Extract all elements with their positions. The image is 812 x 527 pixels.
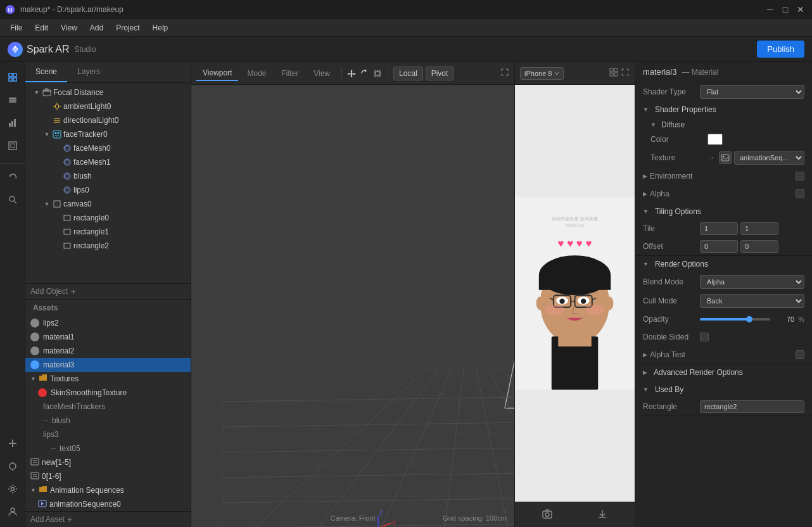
env-toggle[interactable]: ▶ (643, 173, 647, 179)
asset-text05[interactable]: text05 (25, 441, 191, 455)
vp-scale-tool[interactable] (372, 68, 383, 79)
rectangle-input[interactable] (700, 400, 804, 413)
advanced-render-header[interactable]: ▶ Advanced Render Options (635, 364, 812, 381)
tree-item-blush[interactable]: blush (25, 169, 191, 183)
sidebar-effects-icon[interactable] (3, 456, 23, 476)
offset-y-input[interactable] (740, 240, 778, 253)
asset-material1[interactable]: material1 (25, 330, 191, 344)
menu-add[interactable]: Add (85, 21, 108, 35)
menu-project[interactable]: Project (111, 21, 144, 35)
sidebar-settings-icon[interactable] (3, 479, 23, 499)
asset-lips3[interactable]: lips3 (25, 428, 191, 441)
blend-mode-select[interactable]: Alpha Add Multiply (700, 275, 804, 289)
sidebar-chart-icon[interactable] (3, 113, 23, 133)
add-asset-icon[interactable]: + (67, 514, 72, 524)
shader-properties-header[interactable]: ▼ Shader Properties (635, 101, 812, 118)
shader-type-select[interactable]: Flat Standard Custom (700, 85, 804, 99)
sidebar-undo-icon[interactable] (3, 167, 23, 187)
offset-x-input[interactable] (700, 240, 738, 253)
tree-item-facetracker[interactable]: ▼ faceTracker0 (25, 127, 191, 141)
sidebar-user-icon[interactable] (3, 502, 23, 522)
asset-material3[interactable]: material3 (25, 358, 191, 372)
tile-x-input[interactable] (700, 222, 738, 235)
tree-item-canvas0[interactable]: ▼ canvas0 (25, 197, 191, 211)
asset-facemesh-trackers[interactable]: faceMeshTrackers (25, 400, 191, 414)
maximize-button[interactable]: □ (779, 3, 792, 16)
close-button[interactable]: ✕ (794, 3, 807, 16)
add-asset-bar[interactable]: Add Asset + (25, 511, 191, 527)
menu-edit[interactable]: Edit (30, 21, 53, 35)
tree-item-lips0[interactable]: lips0 (25, 183, 191, 197)
tree-item-directional[interactable]: directionalLight0 (25, 113, 191, 127)
tiling-header[interactable]: ▼ Tiling Options (635, 203, 812, 220)
tree-item-rect0[interactable]: rectangle0 (25, 211, 191, 225)
vp-rotate-tool[interactable] (360, 68, 370, 79)
layers-tab[interactable]: Layers (67, 62, 110, 82)
sidebar-layers-icon[interactable] (3, 90, 23, 110)
sidebar-add-layer-icon[interactable] (3, 433, 23, 454)
asset-new15[interactable]: new[1-5] (25, 455, 191, 469)
cull-mode-select[interactable]: Back Front None (700, 294, 804, 308)
tree-item-focal[interactable]: ▼ Focal Distance (25, 86, 191, 99)
preview-grid-icon[interactable] (609, 68, 618, 79)
animseq-label: Animation Sequences (50, 486, 124, 495)
render-header[interactable]: ▼ Render Options (635, 256, 812, 272)
vp-expand-icon[interactable] (500, 68, 509, 79)
tree-item-facemesh1[interactable]: faceMesh1 (25, 155, 191, 169)
vp-pivot-btn[interactable]: Pivot (426, 67, 454, 80)
vp-tab-filter[interactable]: Filter (276, 67, 305, 80)
alpha-test-toggle[interactable]: ▶ (643, 352, 647, 358)
alpha-toggle[interactable]: ▶ (643, 191, 647, 197)
shader-type-row: Shader Type Flat Standard Custom (635, 82, 812, 101)
alpha-checkbox[interactable] (796, 189, 804, 198)
vp-tab-viewport[interactable]: Viewport (196, 66, 238, 81)
diffuse-toggle[interactable]: ▼ (650, 122, 656, 128)
asset-blush[interactable]: blush (25, 414, 191, 428)
asset-skin[interactable]: SkinSmoothingTexture (25, 386, 191, 400)
viewport-content[interactable]: 讓我們更美麗 X Y Z Camera: Front Grid spacing:… (191, 85, 514, 527)
asset-animseq-folder[interactable]: ▼ Animation Sequences (25, 483, 191, 497)
add-object-bar[interactable]: Add Object + (25, 283, 191, 299)
preview-camera-btn[interactable] (542, 508, 553, 522)
alpha-test-checkbox[interactable] (796, 350, 804, 359)
texture-select[interactable]: animationSeq... (734, 151, 804, 165)
used-by-header[interactable]: ▼ Used By (635, 381, 812, 398)
sidebar-scene-icon[interactable] (3, 67, 23, 87)
tree-item-rect2[interactable]: rectangle2 (25, 239, 191, 253)
preview-expand-icon[interactable] (621, 68, 630, 79)
asset-material2[interactable]: material2 (25, 344, 191, 358)
vp-move-tool[interactable] (347, 68, 357, 79)
menu-help[interactable]: Help (148, 21, 174, 35)
asset-textures-folder[interactable]: ▼ Textures (25, 372, 191, 386)
vp-tab-mode[interactable]: Mode (241, 67, 272, 80)
toggle-textures[interactable]: ▼ (30, 376, 36, 382)
sidebar-search-icon[interactable] (3, 189, 23, 210)
toggle-canvas0[interactable]: ▼ (43, 200, 51, 208)
toggle-focal[interactable]: ▼ (33, 89, 41, 96)
menu-file[interactable]: File (5, 21, 27, 35)
opacity-slider[interactable] (700, 318, 770, 321)
tile-y-input[interactable] (740, 222, 778, 235)
device-select[interactable]: iPhone 8 (520, 67, 564, 80)
double-sided-checkbox[interactable] (700, 333, 709, 341)
vp-local-btn[interactable]: Local (393, 67, 423, 80)
toggle-facetracker[interactable]: ▼ (43, 130, 51, 138)
sidebar-view-icon[interactable] (3, 136, 23, 156)
texture-icon-btn[interactable] (719, 151, 732, 164)
tree-item-ambient[interactable]: ambientLight0 (25, 99, 191, 113)
tree-item-rect1[interactable]: rectangle1 (25, 225, 191, 239)
menu-view[interactable]: View (56, 21, 82, 35)
minimize-button[interactable]: ─ (764, 3, 777, 16)
asset-lips2[interactable]: lips2 (25, 316, 191, 330)
tree-item-facemesh0[interactable]: faceMesh0 (25, 141, 191, 155)
color-swatch[interactable] (707, 134, 723, 145)
asset-016[interactable]: 0[1-6] (25, 469, 191, 483)
scene-tab[interactable]: Scene (25, 62, 67, 82)
vp-tab-view[interactable]: View (307, 67, 336, 80)
add-object-icon[interactable]: + (70, 286, 75, 296)
publish-button[interactable]: Publish (757, 41, 804, 58)
preview-download-btn[interactable] (597, 508, 608, 522)
asset-animseq0[interactable]: animationSequence0 (25, 497, 191, 511)
toggle-animseq[interactable]: ▼ (30, 487, 36, 493)
environment-checkbox[interactable] (796, 172, 804, 181)
